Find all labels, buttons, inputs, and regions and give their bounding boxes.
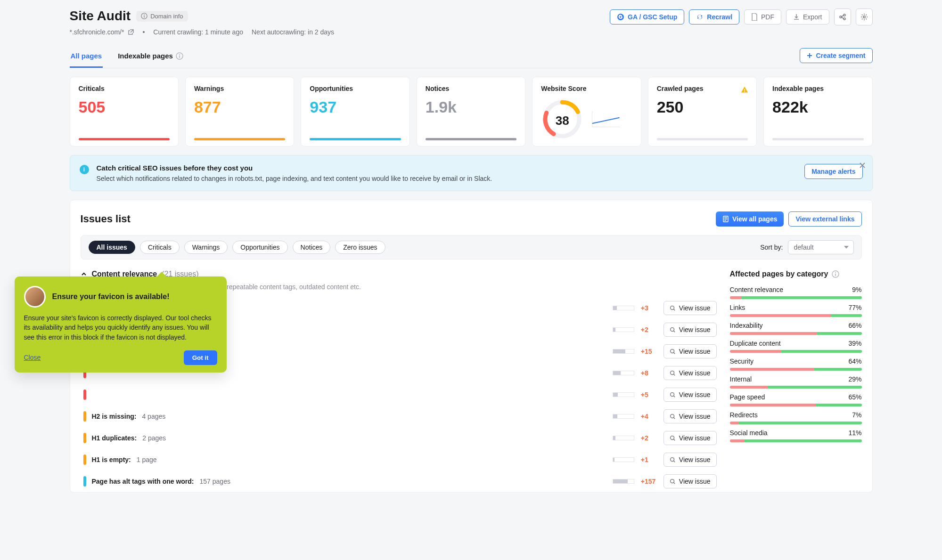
sort-select[interactable]: default xyxy=(788,240,854,254)
card-notices[interactable]: Notices 1.9k xyxy=(417,77,525,146)
svg-point-20 xyxy=(670,436,674,439)
filter-pill-all-issues[interactable]: All issues xyxy=(89,241,135,254)
svg-point-19 xyxy=(670,414,674,418)
issue-row: H1 duplicates: 2 pages+2View issue xyxy=(81,427,717,449)
category-pct: 9% xyxy=(852,286,861,293)
export-button[interactable]: Export xyxy=(786,9,829,24)
view-all-pages-button[interactable]: View all pages xyxy=(716,211,784,227)
category-pct: 29% xyxy=(848,375,861,383)
issue-row: H1 is empty: 1 page+1View issue xyxy=(81,449,717,471)
mini-bar xyxy=(613,392,634,397)
share-icon xyxy=(839,13,846,21)
search-icon xyxy=(670,392,676,398)
category-bar xyxy=(730,314,862,317)
issue-pages: 2 pages xyxy=(142,434,166,442)
filter-pill-notices[interactable]: Notices xyxy=(293,241,331,254)
svg-rect-11 xyxy=(744,89,745,91)
category-row[interactable]: Redirects7% xyxy=(730,411,862,424)
category-row[interactable]: Page speed65% xyxy=(730,393,862,406)
category-row[interactable]: Security64% xyxy=(730,357,862,371)
category-name: Duplicate content xyxy=(730,340,781,347)
view-external-links-button[interactable]: View external links xyxy=(788,211,861,227)
close-icon xyxy=(859,162,866,169)
banner-body: Select which notifications related to ch… xyxy=(97,175,492,182)
manage-alerts-button[interactable]: Manage alerts xyxy=(804,164,862,179)
severity-indicator xyxy=(83,411,86,422)
recrawl-button[interactable]: Recrawl xyxy=(689,9,739,24)
domain-info-chip[interactable]: Domain info xyxy=(136,11,188,22)
view-issue-button[interactable]: View issue xyxy=(663,474,717,488)
severity-indicator xyxy=(83,433,86,443)
tooltip-title: Ensure your favicon is available! xyxy=(52,292,170,301)
delta: +1 xyxy=(641,456,657,463)
category-name: Indexability xyxy=(730,322,763,329)
create-segment-button[interactable]: Create segment xyxy=(800,48,872,63)
pdf-button[interactable]: PDF xyxy=(744,9,781,24)
card-crawled-pages[interactable]: Crawled pages 250 xyxy=(648,77,757,146)
delta: +2 xyxy=(641,326,657,333)
crawling-status: Current crawling: 1 minute ago xyxy=(153,28,243,36)
category-bar xyxy=(730,350,862,353)
issue-row: +5View issue xyxy=(81,384,717,406)
cats-heading: Affected pages by category xyxy=(730,270,828,278)
svg-point-6 xyxy=(863,16,865,18)
pdf-icon xyxy=(751,13,758,21)
issue-pages: 157 pages xyxy=(200,478,230,485)
banner-title: Catch critical SEO issues before they co… xyxy=(97,164,492,172)
card-criticals[interactable]: Criticals 505 xyxy=(70,77,179,146)
domain-text[interactable]: *.sfchronicle.com/* xyxy=(70,28,124,36)
delta: +157 xyxy=(641,478,657,485)
card-warnings[interactable]: Warnings 877 xyxy=(185,77,294,146)
category-row[interactable]: Indexability66% xyxy=(730,322,862,335)
view-issue-button[interactable]: View issue xyxy=(663,301,717,315)
mini-bar xyxy=(613,349,634,354)
tab-all-pages[interactable]: All pages xyxy=(70,47,103,68)
category-row[interactable]: Internal29% xyxy=(730,375,862,389)
issue-name: H1 duplicates: xyxy=(92,434,137,442)
issue-pages: 1 page xyxy=(137,456,157,463)
search-icon xyxy=(670,305,676,311)
share-button[interactable] xyxy=(834,8,851,25)
mini-bar xyxy=(613,327,634,332)
view-issue-button[interactable]: View issue xyxy=(663,366,717,380)
card-indexable-pages[interactable]: Indexable pages 822k xyxy=(763,77,872,146)
category-row[interactable]: Content relevance9% xyxy=(730,286,862,299)
tab-indexable-pages[interactable]: Indexable pages xyxy=(117,47,184,68)
category-row[interactable]: Duplicate content39% xyxy=(730,340,862,353)
view-issue-button[interactable]: View issue xyxy=(663,344,717,358)
card-opportunities[interactable]: Opportunities 937 xyxy=(301,77,410,146)
view-issue-button[interactable]: View issue xyxy=(663,453,717,467)
category-row[interactable]: Links77% xyxy=(730,304,862,317)
card-website-score[interactable]: Website Score 38 xyxy=(532,77,641,146)
svg-point-21 xyxy=(670,457,674,461)
delta: +5 xyxy=(641,391,657,398)
settings-button[interactable] xyxy=(856,8,873,25)
issue-row: H2 is missing: 4 pages+4View issue xyxy=(81,406,717,427)
svg-point-1 xyxy=(144,15,145,16)
search-icon xyxy=(670,457,676,463)
next-crawling: Next autocrawling: in 2 days xyxy=(252,28,334,36)
view-issue-button[interactable]: View issue xyxy=(663,431,717,445)
filter-pill-opportunities[interactable]: Opportunities xyxy=(232,241,287,254)
search-icon xyxy=(670,370,676,376)
category-row[interactable]: Social media11% xyxy=(730,429,862,442)
tooltip-body: Ensure your site's favicon is correctly … xyxy=(24,313,217,342)
view-issue-button[interactable]: View issue xyxy=(663,323,717,337)
filter-pill-warnings[interactable]: Warnings xyxy=(184,241,228,254)
svg-rect-2 xyxy=(144,16,144,17)
search-icon xyxy=(670,349,676,355)
svg-point-15 xyxy=(670,327,674,331)
category-name: Redirects xyxy=(730,411,758,419)
category-pct: 11% xyxy=(848,429,861,437)
view-issue-button[interactable]: View issue xyxy=(663,409,717,423)
filter-pill-criticals[interactable]: Criticals xyxy=(140,241,180,254)
tooltip-close-link[interactable]: Close xyxy=(24,354,41,361)
category-bar xyxy=(730,404,862,406)
delta: +2 xyxy=(641,434,657,442)
ga-gsc-setup-button[interactable]: GA / GSC Setup xyxy=(610,9,684,24)
view-issue-button[interactable]: View issue xyxy=(663,388,717,402)
tooltip-gotit-button[interactable]: Got it xyxy=(184,350,217,365)
filter-pill-zero-issues[interactable]: Zero issues xyxy=(335,241,385,254)
mini-bar xyxy=(613,371,634,375)
close-banner-button[interactable] xyxy=(859,162,866,169)
